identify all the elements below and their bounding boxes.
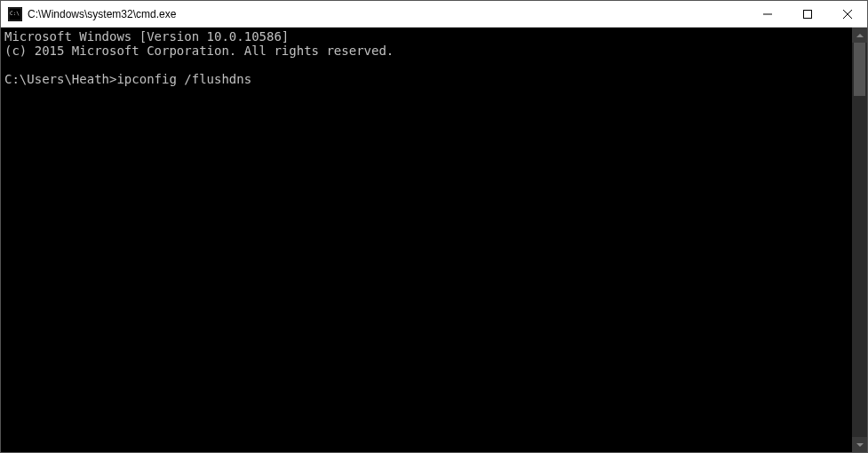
scrollbar-thumb[interactable] — [854, 43, 865, 96]
prompt: C:\Users\Heath> — [4, 72, 116, 86]
scrollbar-up-button[interactable] — [852, 28, 867, 43]
window-title: C:\Windows\system32\cmd.exe — [28, 8, 747, 20]
maximize-button[interactable] — [787, 1, 827, 27]
cmd-icon: C:\ — [8, 7, 22, 21]
titlebar[interactable]: C:\ C:\Windows\system32\cmd.exe — [1, 1, 867, 28]
svg-text:C:\: C:\ — [10, 10, 20, 16]
console-line: Microsoft Windows [Version 10.0.10586] — [4, 29, 289, 44]
console-line: (c) 2015 Microsoft Corporation. All righ… — [4, 44, 394, 58]
window-controls — [747, 1, 867, 27]
close-button[interactable] — [827, 1, 867, 27]
command-input[interactable]: ipconfig /flushdns — [116, 72, 251, 86]
minimize-button[interactable] — [747, 1, 787, 27]
console-output[interactable]: Microsoft Windows [Version 10.0.10586] (… — [1, 28, 852, 452]
vertical-scrollbar[interactable] — [852, 28, 867, 452]
console-area: Microsoft Windows [Version 10.0.10586] (… — [1, 28, 867, 452]
cmd-window: C:\ C:\Windows\system32\cmd.exe Microsof… — [0, 0, 868, 453]
scrollbar-down-button[interactable] — [852, 437, 867, 452]
svg-rect-4 — [803, 10, 811, 18]
